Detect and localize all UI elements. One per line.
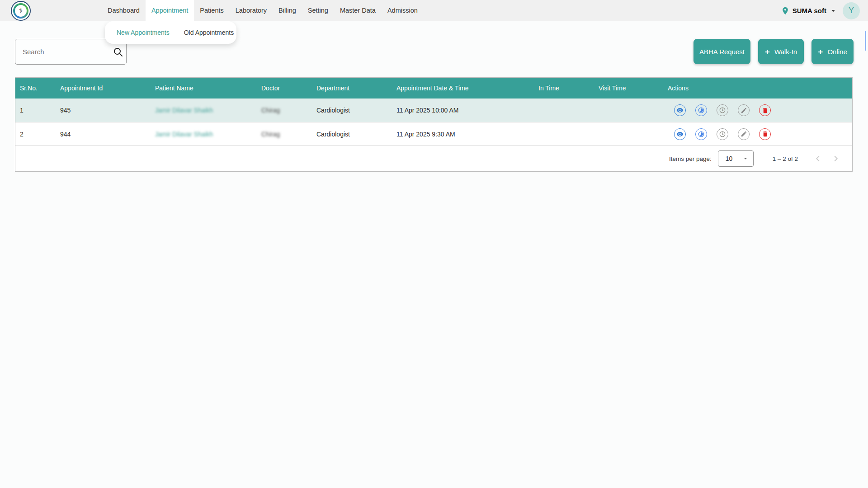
navbar-right: SUMA soft Y [781, 0, 860, 21]
walk-in-button[interactable]: + Walk-In [758, 39, 804, 64]
online-button[interactable]: + Online [811, 39, 854, 64]
submenu-item-old-appointments[interactable]: Old Appointments [184, 29, 234, 36]
timelapse-icon [698, 131, 705, 138]
col-header-appointment-id: Appointment Id [56, 84, 151, 92]
caduceus-icon: ⚕ [15, 5, 27, 17]
pencil-icon [741, 131, 747, 137]
col-header-patient-name: Patient Name [151, 84, 257, 92]
col-header-actions: Actions [663, 84, 852, 92]
search-input[interactable] [15, 48, 113, 56]
cell-sr-no: 2 [15, 131, 56, 138]
previous-page-button[interactable] [809, 150, 827, 168]
eye-icon [676, 107, 684, 114]
trash-icon [762, 131, 769, 137]
chevron-down-icon [829, 7, 837, 15]
next-page-button[interactable] [827, 150, 845, 168]
col-header-department: Department [312, 84, 392, 92]
items-per-page-label: Items per page: [669, 155, 712, 162]
nav-item-appointment[interactable]: Appointment [146, 0, 194, 21]
pencil-icon [741, 107, 747, 114]
delete-action-button[interactable] [759, 104, 771, 116]
delete-action-button[interactable] [759, 128, 771, 140]
view-action-button[interactable] [674, 104, 686, 116]
clock-icon [719, 131, 726, 138]
cell-sr-no: 1 [15, 107, 56, 114]
table-footer: Items per page: 10 1 – 2 of 2 [15, 145, 852, 171]
cell-department: Cardiologist [312, 131, 392, 138]
location-label: SUMA soft [793, 7, 826, 14]
eye-icon [676, 131, 684, 138]
table-row: 2 944 Jamir Dilavar Shaikh Chirag Cardio… [15, 122, 852, 145]
cell-patient-name[interactable]: Jamir Dilavar Shaikh [151, 107, 257, 114]
pagination-range-label: 1 – 2 of 2 [773, 155, 798, 162]
cell-datetime: 11 Apr 2025 10:00 AM [392, 107, 534, 114]
cell-department: Cardiologist [312, 107, 392, 114]
scrollbar-thumb[interactable] [865, 31, 866, 51]
table-header-row: Sr.No. Appointment Id Patient Name Docto… [15, 78, 852, 99]
cell-patient-name[interactable]: Jamir Dilavar Shaikh [151, 131, 257, 138]
col-header-in-time: In Time [534, 84, 594, 92]
nav-item-dashboard[interactable]: Dashboard [102, 0, 146, 21]
col-header-doctor: Doctor [257, 84, 312, 92]
nav-item-admission[interactable]: Admission [382, 0, 424, 21]
col-header-datetime: Appointment Date & Time [392, 84, 534, 92]
in-time-action-button[interactable] [695, 128, 707, 140]
visit-time-action-button[interactable] [717, 104, 728, 116]
view-action-button[interactable] [674, 128, 686, 140]
cell-datetime: 11 Apr 2025 9:30 AM [392, 131, 534, 138]
cell-appointment-id: 944 [56, 131, 151, 138]
location-selector[interactable]: SUMA soft [781, 6, 837, 15]
user-avatar[interactable]: Y [843, 2, 860, 19]
main-nav: Dashboard Appointment Patients Laborator… [102, 0, 424, 21]
chevron-left-icon [813, 154, 823, 164]
cell-doctor: Chirag [257, 131, 312, 138]
nav-item-patients[interactable]: Patients [194, 0, 229, 21]
plus-icon: + [818, 47, 823, 56]
abha-request-label: ABHA Request [699, 48, 745, 56]
abha-request-button[interactable]: ABHA Request [693, 39, 750, 64]
cell-doctor: Chirag [257, 107, 312, 114]
clock-icon [719, 107, 726, 114]
search-icon[interactable] [113, 47, 123, 57]
col-header-sr-no: Sr.No. [15, 84, 56, 92]
chevron-right-icon [831, 154, 841, 164]
page-size-select[interactable]: 10 [718, 150, 754, 167]
online-label: Online [827, 48, 847, 56]
cell-actions [663, 128, 852, 140]
in-time-action-button[interactable] [695, 104, 707, 116]
chevron-down-icon [742, 155, 749, 162]
logo-ring: ⚕ [13, 3, 28, 19]
visit-time-action-button[interactable] [717, 128, 728, 140]
nav-item-billing[interactable]: Billing [273, 0, 302, 21]
trash-icon [762, 107, 769, 114]
top-navbar: ⚕ Dashboard Appointment Patients Laborat… [0, 0, 868, 21]
plus-icon: + [765, 47, 770, 56]
table-row: 1 945 Jamir Dilavar Shaikh Chirag Cardio… [15, 99, 852, 122]
cell-appointment-id: 945 [56, 107, 151, 114]
cell-actions [663, 104, 852, 116]
edit-action-button[interactable] [738, 128, 750, 140]
edit-action-button[interactable] [738, 104, 750, 116]
nav-item-setting[interactable]: Setting [302, 0, 334, 21]
submenu-item-new-appointments[interactable]: New Appointments [117, 29, 170, 36]
walk-in-label: Walk-In [774, 48, 797, 56]
timelapse-icon [698, 107, 705, 114]
col-header-visit-time: Visit Time [594, 84, 663, 92]
appointments-table: Sr.No. Appointment Id Patient Name Docto… [15, 77, 853, 172]
nav-item-laboratory[interactable]: Laboratory [230, 0, 273, 21]
ektos-health-logo[interactable]: ⚕ [11, 1, 31, 21]
appointment-submenu: New Appointments Old Appointments [105, 21, 236, 44]
page-size-value: 10 [726, 155, 733, 162]
location-pin-icon [781, 6, 790, 15]
nav-item-master-data[interactable]: Master Data [334, 0, 382, 21]
